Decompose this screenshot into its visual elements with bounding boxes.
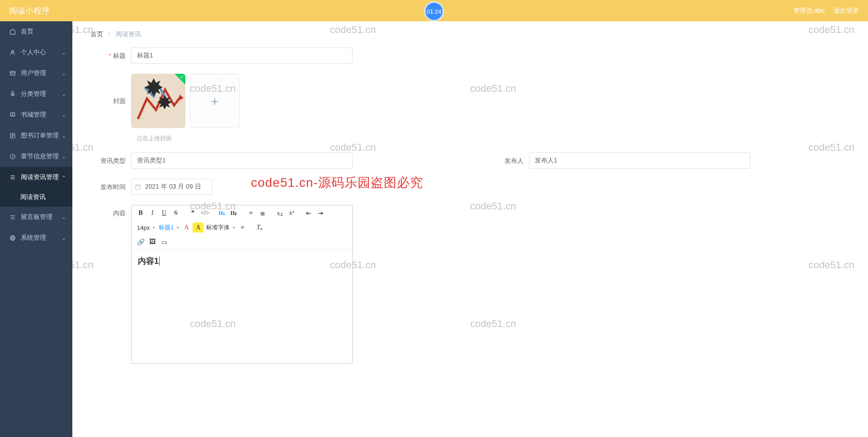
sidebar-item-label: 系统管理 xyxy=(21,234,46,242)
content-label: 内容 xyxy=(90,205,131,221)
ul-button[interactable]: ≣ xyxy=(257,208,268,218)
sidebar-subitem-label: 阅读资讯 xyxy=(20,193,46,201)
clearformat-button[interactable]: Tₓ xyxy=(254,223,265,233)
sidebar-item-label: 个人中心 xyxy=(21,48,46,57)
breadcrumb: 首页 / 阅读资讯 xyxy=(90,30,850,38)
sidebar-item-system[interactable]: 系统管理 ⌄ xyxy=(0,228,72,248)
sidebar-item-home[interactable]: 首页 xyxy=(0,21,72,42)
italic-button[interactable]: I xyxy=(147,208,158,218)
sidebar-item-label: 书城管理 xyxy=(21,111,46,119)
quote-button[interactable]: ❞ xyxy=(188,208,198,218)
svg-point-0 xyxy=(12,50,14,52)
chevron-down-icon: ⌄ xyxy=(62,236,66,241)
logout-link[interactable]: 退出登录 xyxy=(834,7,859,15)
cover-label: 封面 xyxy=(90,74,131,128)
textcolor-button[interactable]: A xyxy=(181,223,192,233)
watermark: code51.cn xyxy=(330,142,376,153)
sidebar-item-news[interactable]: 阅读资讯管理 ⌃ xyxy=(0,167,72,188)
title-input[interactable] xyxy=(131,48,353,64)
h2-button[interactable]: H₂ xyxy=(228,208,239,218)
link-button[interactable]: 🔗 xyxy=(135,237,146,247)
video-button[interactable]: ▭ xyxy=(159,237,170,247)
clock-icon xyxy=(9,153,16,160)
sidebar-item-users[interactable]: 用户管理 ⌄ xyxy=(0,63,72,84)
infotype-input[interactable] xyxy=(131,152,353,169)
bold-button[interactable]: B xyxy=(135,208,146,218)
sidebar-item-label: 分类管理 xyxy=(21,90,46,98)
sidebar-item-label: 阅读资讯管理 xyxy=(21,173,59,181)
editor-toolbar: B I U S ❞ </> H₁ H₂ ≡ ≣ xyxy=(132,205,352,250)
outdent-button[interactable]: ⇥ xyxy=(315,208,326,218)
main-content: code51.cn code51.cn code51.cn code51.cn … xyxy=(72,21,868,437)
fontsize-select[interactable]: 14px xyxy=(135,223,156,233)
align-button[interactable]: ≡ xyxy=(237,223,248,233)
app-header: 阅读小程序 01:24 管理员 abo 退出登录 xyxy=(0,0,868,21)
watermark: code51.cn xyxy=(72,142,94,153)
book-icon xyxy=(9,111,16,119)
sidebar-item-orders[interactable]: 图书订单管理 ⌄ xyxy=(0,125,72,146)
user-icon xyxy=(9,49,16,56)
h1-button[interactable]: H₁ xyxy=(217,208,227,218)
sidebar-item-label: 留言板管理 xyxy=(21,213,52,221)
sidebar-subitem-news-list[interactable]: 阅读资讯 xyxy=(0,188,72,207)
sidebar-item-label: 图书订单管理 xyxy=(21,132,59,140)
breadcrumb-sep: / xyxy=(108,30,110,38)
watermark: code51.cn xyxy=(808,142,854,153)
rich-editor: B I U S ❞ </> H₁ H₂ ≡ ≣ xyxy=(131,205,353,364)
mail-icon xyxy=(9,70,16,77)
underline-button[interactable]: U xyxy=(159,208,170,218)
home-icon xyxy=(9,28,16,35)
ol-button[interactable]: ≡ xyxy=(245,208,256,218)
chevron-down-icon: ⌄ xyxy=(62,50,66,55)
timer-badge: 01:24 xyxy=(424,1,444,21)
plus-icon: ＋ xyxy=(209,93,221,109)
strike-button[interactable]: S xyxy=(170,208,181,218)
check-icon: ✓ xyxy=(180,74,184,80)
heading-select[interactable]: 标题1 xyxy=(157,223,180,233)
breadcrumb-current: 阅读资讯 xyxy=(116,30,141,38)
sidebar-item-bookstore[interactable]: 书城管理 ⌄ xyxy=(0,104,72,125)
chevron-down-icon: ⌄ xyxy=(62,215,66,220)
code-button[interactable]: </> xyxy=(199,208,210,218)
chevron-down-icon: ⌄ xyxy=(62,71,66,76)
chevron-down-icon: ⌄ xyxy=(62,154,66,159)
infotype-label: 资讯类型 xyxy=(90,152,131,169)
bgcolor-button[interactable]: A xyxy=(193,223,203,233)
indent-button[interactable]: ⇤ xyxy=(303,208,314,218)
sidebar-item-profile[interactable]: 个人中心 ⌄ xyxy=(0,42,72,63)
upload-hint: 点击上传封面 xyxy=(137,134,850,142)
order-icon xyxy=(9,132,16,139)
sidebar-item-category[interactable]: 分类管理 ⌄ xyxy=(0,84,72,104)
chevron-down-icon: ⌄ xyxy=(62,92,66,97)
calendar-icon xyxy=(135,184,141,190)
sidebar-item-guestbook[interactable]: 留言板管理 ⌄ xyxy=(0,207,72,228)
publishtime-input[interactable] xyxy=(131,179,212,195)
mic-icon xyxy=(9,90,16,98)
fontfamily-select[interactable]: 标准字体 xyxy=(204,223,236,233)
app-title: 阅读小程序 xyxy=(9,5,50,16)
sidebar-item-label: 首页 xyxy=(21,28,33,36)
publisher-input[interactable] xyxy=(529,152,750,169)
svg-rect-2 xyxy=(12,91,14,95)
sidebar-item-label: 章节信息管理 xyxy=(21,152,59,161)
chevron-down-icon: ⌄ xyxy=(62,133,66,138)
publishtime-label: 发布时间 xyxy=(90,179,131,195)
upload-add-button[interactable]: ＋ xyxy=(190,74,240,128)
sidebar-item-chapters[interactable]: 章节信息管理 ⌄ xyxy=(0,146,72,167)
list-icon xyxy=(9,174,16,181)
editor-content[interactable]: 内容1 xyxy=(132,250,352,363)
sidebar: 首页 个人中心 ⌄ 用户管理 ⌄ 分类管理 ⌄ 书城管理 ⌄ xyxy=(0,21,72,437)
admin-label[interactable]: 管理员 abo xyxy=(793,7,825,15)
publisher-label: 发布人 xyxy=(488,152,529,169)
list-icon xyxy=(9,214,16,221)
breadcrumb-root[interactable]: 首页 xyxy=(90,30,103,38)
chevron-down-icon: ⌄ xyxy=(62,113,66,118)
image-button[interactable]: 🖼 xyxy=(147,237,158,247)
svg-rect-8 xyxy=(136,185,141,189)
superscript-button[interactable]: x² xyxy=(286,208,297,218)
cover-thumbnail[interactable]: ✓ xyxy=(131,74,185,128)
sidebar-item-label: 用户管理 xyxy=(21,69,46,77)
title-label: *标题 xyxy=(90,48,131,64)
subscript-button[interactable]: x₂ xyxy=(274,208,285,218)
chevron-up-icon: ⌃ xyxy=(62,175,66,180)
